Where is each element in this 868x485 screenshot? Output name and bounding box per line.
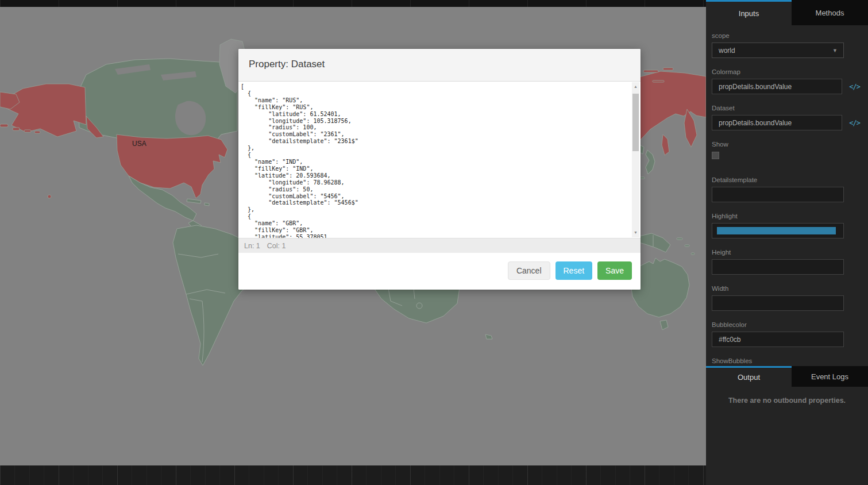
reset-button[interactable]: Reset bbox=[555, 261, 593, 280]
highlight-selection-bar bbox=[717, 227, 836, 234]
bubblecolor-input[interactable] bbox=[712, 332, 844, 347]
height-label: Height bbox=[712, 249, 860, 256]
sidebar-tabbar: Inputs Methods bbox=[706, 0, 868, 25]
field-show: Show bbox=[712, 141, 860, 161]
dataset-input[interactable] bbox=[712, 115, 842, 130]
output-panel: Output Event Logs There are no outbound … bbox=[706, 366, 868, 485]
outbound-empty-message: There are no outbound properties. bbox=[706, 397, 868, 405]
code-editor-content[interactable]: [ { "name": "RUS", "fillKey": "RUS", "la… bbox=[238, 82, 641, 238]
properties-sidebar: Inputs Methods scope world ▼ Colormap </… bbox=[706, 0, 868, 485]
tab-output[interactable]: Output bbox=[706, 366, 792, 387]
scope-select-value: world bbox=[719, 47, 735, 55]
field-colormap: Colormap </> bbox=[712, 68, 860, 94]
canvas-grid-bottom bbox=[0, 465, 706, 485]
detailstemplate-input[interactable] bbox=[712, 187, 844, 202]
usa-map-label: USA bbox=[132, 140, 146, 148]
field-width: Width bbox=[712, 285, 860, 311]
code-bind-icon[interactable]: </> bbox=[849, 119, 860, 127]
show-checkbox[interactable] bbox=[712, 152, 719, 159]
scrollbar-thumb[interactable] bbox=[632, 94, 639, 151]
column-indicator: Col: 1 bbox=[267, 242, 286, 250]
colormap-input[interactable] bbox=[712, 79, 842, 94]
highlight-input[interactable] bbox=[712, 223, 844, 238]
code-bind-icon[interactable]: </> bbox=[849, 83, 860, 91]
chevron-down-icon: ▼ bbox=[832, 48, 838, 53]
editor-scrollbar[interactable]: ▲ ▼ bbox=[632, 82, 639, 237]
canvas-grid-top bbox=[0, 0, 706, 7]
property-dataset-modal: Property: Dataset [ { "name": "RUS", "fi… bbox=[238, 49, 641, 290]
cancel-button[interactable]: Cancel bbox=[508, 261, 550, 280]
output-tabbar: Output Event Logs bbox=[706, 366, 868, 387]
country-canada bbox=[78, 59, 237, 147]
detailstemplate-label: Detailstemplate bbox=[712, 176, 860, 183]
app-stage: USA bbox=[0, 0, 868, 485]
field-highlight: Highlight bbox=[712, 213, 860, 238]
field-scope: scope world ▼ bbox=[712, 32, 860, 58]
field-dataset: Dataset </> bbox=[712, 105, 860, 130]
height-input[interactable] bbox=[712, 259, 844, 275]
field-height: Height bbox=[712, 249, 860, 275]
tab-event-logs[interactable]: Event Logs bbox=[792, 366, 868, 387]
scope-select[interactable]: world ▼ bbox=[712, 43, 844, 58]
editor-statusbar: Ln: 1 Col: 1 bbox=[238, 238, 641, 253]
bubblecolor-label: Bubblecolor bbox=[712, 321, 860, 328]
field-showbubbles: ShowBubbles bbox=[712, 357, 860, 364]
tab-methods[interactable]: Methods bbox=[792, 0, 868, 25]
field-detailstemplate: Detailstemplate bbox=[712, 176, 860, 202]
modal-footer: Cancel Reset Save bbox=[238, 253, 641, 290]
scope-label: scope bbox=[712, 32, 860, 39]
scroll-up-icon[interactable]: ▲ bbox=[632, 83, 639, 90]
show-label: Show bbox=[712, 141, 860, 148]
width-label: Width bbox=[712, 285, 860, 292]
showbubbles-label: ShowBubbles bbox=[712, 357, 860, 364]
tab-inputs[interactable]: Inputs bbox=[706, 0, 792, 25]
modal-title: Property: Dataset bbox=[249, 59, 325, 70]
inputs-field-list: scope world ▼ Colormap </> Dataset </> bbox=[706, 25, 868, 366]
width-input[interactable] bbox=[712, 295, 844, 311]
modal-header: Property: Dataset bbox=[238, 49, 641, 82]
dataset-label: Dataset bbox=[712, 105, 860, 111]
line-indicator: Ln: 1 bbox=[244, 242, 260, 250]
highlight-label: Highlight bbox=[712, 213, 860, 220]
save-button[interactable]: Save bbox=[597, 261, 632, 280]
colormap-label: Colormap bbox=[712, 68, 860, 75]
code-editor[interactable]: [ { "name": "RUS", "fillKey": "RUS", "la… bbox=[238, 82, 641, 238]
field-bubblecolor: Bubblecolor bbox=[712, 321, 860, 347]
scroll-down-icon[interactable]: ▼ bbox=[632, 229, 639, 236]
